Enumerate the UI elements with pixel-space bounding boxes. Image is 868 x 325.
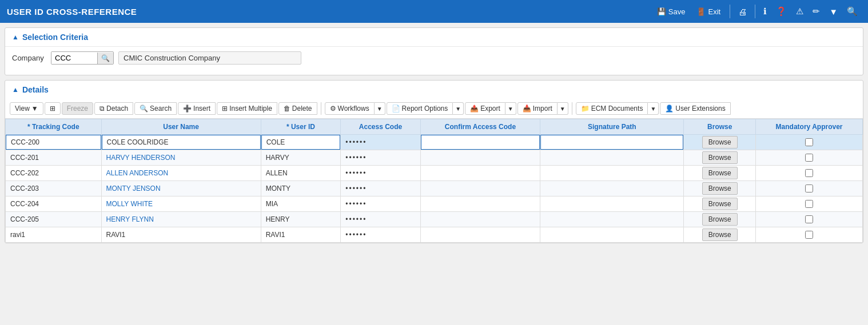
access-code-value: ••••••	[341, 151, 371, 164]
table-row: CCC-205HENRY FLYNNHENRY••••••Browse	[6, 212, 863, 227]
mandatory-approver-checkbox[interactable]	[805, 231, 813, 239]
cell-signature-path	[540, 227, 684, 243]
edit-rows-button[interactable]: ⊞	[45, 102, 61, 115]
export-button[interactable]: 📤 Export	[465, 102, 505, 115]
mandatory-approver-checkbox[interactable]	[805, 169, 813, 177]
cell-tracking-code: CCC-203	[6, 181, 102, 196]
ecm-documents-button[interactable]: 📁 ECM Documents	[576, 102, 648, 115]
cell-access-code: ••••••	[341, 212, 421, 227]
signature-path-value	[540, 151, 550, 164]
user-extensions-button[interactable]: 👤 User Extensions	[660, 102, 730, 115]
search-button[interactable]: 🔍 Search	[134, 102, 177, 115]
cell-tracking-code: CCC-202	[6, 166, 102, 181]
signature-path-input[interactable]	[540, 135, 683, 150]
browse-button[interactable]: Browse	[702, 198, 738, 210]
print-icon-button[interactable]: 🖨	[735, 5, 750, 19]
mandatory-approver-checkbox[interactable]	[805, 184, 813, 192]
user-name-link[interactable]: ALLEN ANDERSON	[102, 166, 261, 180]
confirm-access-value	[421, 212, 430, 226]
cell-signature-path	[540, 212, 684, 227]
search-toolbar-icon: 🔍	[140, 105, 148, 113]
ecm-dropdown[interactable]: ▼	[648, 102, 659, 115]
table-row: CCC-201HARVY HENDERSONHARVY••••••Browse	[6, 150, 863, 166]
warning-icon-button[interactable]: ⚠	[793, 4, 807, 19]
export-dropdown[interactable]: ▼	[505, 102, 516, 115]
insert-multiple-icon: ⊞	[222, 105, 228, 113]
user-name-value: RAVI1	[102, 228, 130, 242]
browse-button[interactable]: Browse	[702, 228, 738, 241]
cell-access-code: ••••••	[341, 181, 421, 196]
confirm-access-value	[421, 197, 430, 211]
app-title: USER ID CROSS-REFERENCE	[7, 7, 137, 17]
details-header[interactable]: ▲ Details	[5, 81, 863, 99]
company-code-input[interactable]	[51, 52, 97, 64]
cell-user-name: HARVY HENDERSON	[101, 150, 261, 166]
view-button[interactable]: View ▼	[10, 102, 43, 115]
browse-button[interactable]: Browse	[702, 167, 738, 179]
selection-criteria-header[interactable]: ▲ Selection Criteria	[5, 28, 863, 46]
import-dropdown[interactable]: ▼	[558, 102, 568, 115]
toolbar-sep2	[572, 102, 572, 115]
browse-button[interactable]: Browse	[702, 136, 738, 149]
cell-browse: Browse	[684, 196, 756, 212]
save-button[interactable]: 💾 Save	[652, 5, 690, 18]
table-row: ravi1RAVI1RAVI1••••••Browse	[6, 227, 863, 243]
user-name-link[interactable]: MOLLY WHITE	[102, 197, 261, 211]
tracking-code-input[interactable]	[6, 135, 101, 150]
exit-icon: 🚪	[696, 7, 706, 16]
delete-button[interactable]: 🗑 Delete	[278, 102, 317, 115]
col-signature-path: Signature Path	[540, 119, 684, 135]
help-icon-button[interactable]: ❓	[773, 4, 790, 19]
cell-user-name: MONTY JENSON	[101, 181, 261, 196]
col-tracking-code: * Tracking Code	[6, 119, 102, 135]
details-panel: ▲ Details View ▼ ⊞ Freeze ⧉ Detach	[5, 80, 863, 243]
signature-path-value	[540, 182, 550, 195]
report-options-dropdown[interactable]: ▼	[453, 102, 464, 115]
signature-path-value	[540, 197, 550, 211]
report-options-button[interactable]: 📄 Report Options	[387, 102, 453, 115]
tracking-code-value: ravi1	[6, 228, 30, 242]
mandatory-approver-checkbox[interactable]	[805, 138, 813, 146]
exit-button[interactable]: 🚪 Exit	[692, 5, 725, 18]
browse-button[interactable]: Browse	[702, 182, 738, 195]
browse-button[interactable]: Browse	[702, 213, 738, 226]
app-header: USER ID CROSS-REFERENCE 💾 Save 🚪 Exit 🖨 …	[0, 0, 868, 23]
selection-criteria-content: Company 🔍 CMIC Construction Company	[5, 46, 863, 75]
browse-button[interactable]: Browse	[702, 151, 738, 164]
confirm-access-input[interactable]	[421, 135, 540, 150]
user-name-link[interactable]: HARVY HENDERSON	[102, 151, 261, 164]
insert-multiple-button[interactable]: ⊞ Insert Multiple	[217, 102, 277, 115]
import-button[interactable]: 📥 Import	[517, 102, 558, 115]
company-search-button[interactable]: 🔍	[97, 53, 113, 64]
cell-mandatory-approver	[756, 196, 863, 212]
user-name-input[interactable]	[102, 135, 261, 150]
freeze-button[interactable]: Freeze	[62, 102, 93, 115]
details-collapse-icon: ▲	[12, 86, 19, 94]
detach-button[interactable]: ⧉ Detach	[94, 102, 133, 115]
edit-icon-button[interactable]: ✏	[809, 4, 823, 19]
cell-access-code: ••••••	[341, 166, 421, 181]
user-name-link[interactable]: HENRY FLYNN	[102, 212, 261, 226]
cell-browse: Browse	[684, 181, 756, 196]
dropdown-icon-button[interactable]: ▼	[826, 5, 841, 19]
user-name-link[interactable]: MONTY JENSON	[102, 182, 261, 195]
workflows-button[interactable]: ⚙ Workflows	[325, 102, 375, 115]
user-id-value: HENRY	[261, 212, 294, 226]
mandatory-approver-checkbox[interactable]	[805, 200, 813, 208]
info-icon-button[interactable]: ℹ	[760, 4, 770, 19]
mandatory-approver-checkbox[interactable]	[805, 215, 813, 223]
search-icon-button[interactable]: 🔍	[843, 4, 861, 19]
detach-icon: ⧉	[99, 105, 105, 113]
cell-mandatory-approver	[756, 227, 863, 243]
cell-user-id	[261, 135, 341, 150]
cell-confirm-access	[420, 150, 540, 166]
cell-browse: Browse	[684, 227, 756, 243]
tracking-code-value: CCC-201	[6, 151, 43, 164]
cell-browse: Browse	[684, 166, 756, 181]
cell-access-code: ••••••	[341, 196, 421, 212]
insert-button[interactable]: ➕ Insert	[178, 102, 216, 115]
cell-mandatory-approver	[756, 212, 863, 227]
workflows-dropdown[interactable]: ▼	[375, 102, 385, 115]
mandatory-approver-checkbox[interactable]	[805, 154, 813, 162]
user-id-input[interactable]	[261, 135, 341, 150]
